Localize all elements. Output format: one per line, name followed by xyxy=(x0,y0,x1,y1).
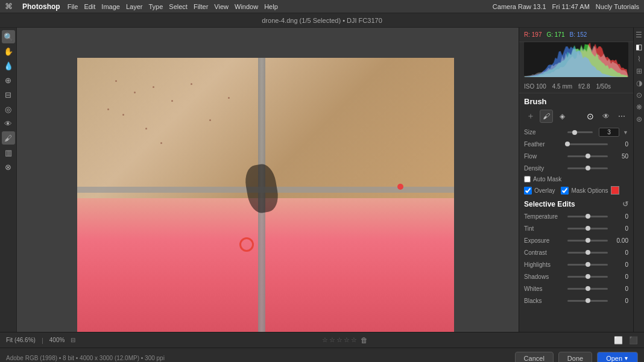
reset-icon[interactable]: ↺ xyxy=(622,200,628,208)
contrast-thumb[interactable] xyxy=(586,250,590,255)
rgb-b: B: 152 xyxy=(570,31,587,38)
flow-thumb[interactable] xyxy=(586,154,590,158)
graduated-filter-tool[interactable]: ▥ xyxy=(2,146,15,159)
auto-mask-checkbox[interactable] xyxy=(524,176,531,183)
overlay-row: Overlay Mask Options xyxy=(519,184,633,196)
exposure-value: 0.00 xyxy=(610,237,628,244)
highlights-label: Highlights xyxy=(524,261,565,268)
blacks-slider[interactable] xyxy=(567,300,608,302)
tint-slider[interactable] xyxy=(567,228,608,229)
crop-tool[interactable]: ⊟ xyxy=(2,88,15,101)
filmstrip-icon[interactable]: ☰ xyxy=(636,31,642,39)
menu-type[interactable]: Type xyxy=(148,3,163,10)
calibration-icon[interactable]: ⊛ xyxy=(636,116,642,123)
star-4[interactable]: ☆ xyxy=(344,336,350,344)
redeye-tool[interactable]: 👁 xyxy=(2,117,15,130)
menu-image[interactable]: Image xyxy=(101,3,120,10)
split-view-icon[interactable]: ⬛ xyxy=(629,336,638,345)
menu-select[interactable]: Select xyxy=(169,3,188,10)
adjustments-icon[interactable]: ◧ xyxy=(636,43,642,51)
exposure-thumb[interactable] xyxy=(586,238,590,243)
people-dot xyxy=(115,80,117,82)
beach-bottom xyxy=(77,198,454,332)
open-dropdown-arrow[interactable]: ▼ xyxy=(623,355,629,361)
radial-filter-tool[interactable]: ⊗ xyxy=(2,160,15,173)
trash-icon[interactable]: 🗑 xyxy=(361,336,368,345)
done-button[interactable]: Done xyxy=(558,352,592,363)
canvas-image xyxy=(77,58,454,332)
visibility-icon[interactable]: 👁 xyxy=(599,110,613,123)
overlay-group: Overlay xyxy=(524,187,555,195)
blacks-thumb[interactable] xyxy=(586,298,590,303)
tint-label: Tint xyxy=(524,225,565,232)
mask-options-checkbox[interactable] xyxy=(561,187,569,195)
whites-value: 0 xyxy=(610,286,628,292)
whites-thumb[interactable] xyxy=(586,286,590,291)
flow-row: Flow 50 xyxy=(519,150,633,162)
whites-slider[interactable] xyxy=(567,288,608,290)
menu-view[interactable]: View xyxy=(214,3,229,10)
size-dropdown-arrow[interactable]: ▼ xyxy=(623,130,628,136)
cancel-button[interactable]: Cancel xyxy=(515,352,554,363)
menu-help[interactable]: Help xyxy=(264,3,278,10)
spot-removal-tool[interactable]: ◎ xyxy=(2,102,15,116)
open-button[interactable]: Open ▼ xyxy=(597,352,638,363)
size-value-box[interactable]: 3 xyxy=(599,128,619,137)
whites-label: Whites xyxy=(524,286,565,292)
density-slider[interactable] xyxy=(567,167,608,169)
curve-icon[interactable]: ⌇ xyxy=(637,55,641,63)
temperature-slider[interactable] xyxy=(567,216,608,217)
color-picker-icon[interactable]: ⊙ xyxy=(584,110,597,123)
shutter-speed: 1/50s xyxy=(596,83,611,90)
size-slider-track[interactable] xyxy=(567,131,593,133)
contrast-row: Contrast 0 xyxy=(519,246,633,258)
add-brush-icon[interactable]: ＋ xyxy=(524,110,537,123)
breadcrumb-icon[interactable]: ⊟ xyxy=(71,337,75,343)
exposure-slider[interactable] xyxy=(567,240,608,242)
star-3[interactable]: ☆ xyxy=(336,336,343,344)
star-1[interactable]: ☆ xyxy=(322,336,328,344)
feather-thumb[interactable] xyxy=(565,142,570,146)
temperature-thumb[interactable] xyxy=(586,214,590,219)
menu-edit[interactable]: Edit xyxy=(84,3,95,10)
shadows-thumb[interactable] xyxy=(586,274,590,279)
right-icon-strip: ☰ ◧ ⌇ ⊞ ◑ ⊙ ❋ ⊛ xyxy=(633,28,644,332)
density-thumb[interactable] xyxy=(586,166,590,170)
size-slider-thumb[interactable] xyxy=(572,130,577,135)
mask-color-swatch[interactable] xyxy=(611,186,619,195)
brush-erase-icon[interactable]: ◈ xyxy=(555,110,569,123)
overlay-checkbox[interactable] xyxy=(524,187,532,195)
white-balance-tool[interactable]: 💧 xyxy=(2,59,15,72)
feather-slider[interactable] xyxy=(567,143,608,145)
color-sampler-tool[interactable]: ⊕ xyxy=(2,73,15,87)
right-side: R: 197 G: 171 B: 152 ISO 100 4.5 mm f/2.… xyxy=(519,28,644,332)
effects-icon[interactable]: ❋ xyxy=(636,104,642,111)
menu-file[interactable]: File xyxy=(68,3,78,10)
fit-label: Fit (46.6%) xyxy=(6,337,36,343)
color-icon[interactable]: ◑ xyxy=(636,80,642,87)
star-5[interactable]: ☆ xyxy=(351,336,357,344)
contrast-slider[interactable] xyxy=(567,252,608,254)
single-view-icon[interactable]: ⬜ xyxy=(614,336,623,345)
menu-filter[interactable]: Filter xyxy=(194,3,208,10)
menu-layer[interactable]: Layer xyxy=(126,3,143,10)
people-dot xyxy=(191,83,192,85)
more-options-icon[interactable]: ⋯ xyxy=(615,110,628,123)
adjustment-brush-tool[interactable]: 🖌 xyxy=(2,131,15,145)
detail-icon[interactable]: ⊞ xyxy=(636,67,642,75)
main-layout: 🔍 ✋ 💧 ⊕ ⊟ ◎ 👁 🖌 ▥ ⊗ xyxy=(0,28,644,332)
lens-icon[interactable]: ⊙ xyxy=(636,92,642,99)
zoom-tool[interactable]: 🔍 xyxy=(2,30,15,43)
flow-slider[interactable] xyxy=(567,155,608,157)
menu-window[interactable]: Window xyxy=(235,3,258,10)
size-label: Size xyxy=(524,129,565,136)
highlights-thumb[interactable] xyxy=(586,262,590,267)
auto-mask-row: Auto Mask xyxy=(519,174,633,184)
shadows-slider[interactable] xyxy=(567,276,608,278)
star-rating: ☆ ☆ ☆ ☆ ☆ 🗑 xyxy=(322,336,368,345)
highlights-slider[interactable] xyxy=(567,264,608,266)
hand-tool[interactable]: ✋ xyxy=(2,45,15,58)
brush-draw-icon[interactable]: 🖌 xyxy=(540,110,553,123)
tint-thumb[interactable] xyxy=(586,226,590,231)
star-2[interactable]: ☆ xyxy=(329,336,335,344)
